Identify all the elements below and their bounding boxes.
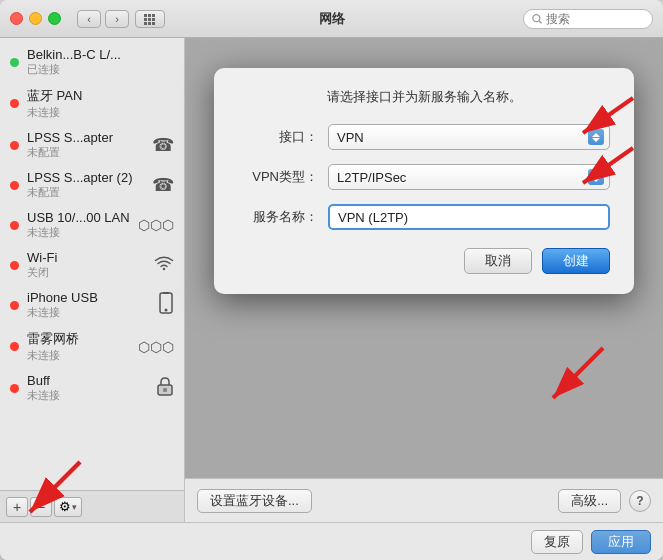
item-name: Buff — [27, 373, 148, 388]
sidebar-list: Belkin...B-C L/... 已连接 蓝牙 PAN 未连接 LPSS S… — [0, 38, 184, 490]
bottom-bar: 设置蓝牙设备... 高级... ? — [185, 478, 663, 522]
wifi-icon — [154, 255, 174, 276]
sidebar-item-thunderbolt[interactable]: 雷雾网桥 未连接 ⬡⬡⬡ — [0, 325, 184, 368]
item-status: 未连接 — [27, 348, 130, 363]
svg-point-13 — [165, 308, 168, 311]
main-content: 连接 请选择接口并为新服务输入名称。 接口： VPN 以太网 Wi-F — [185, 38, 663, 478]
nav-buttons: ‹ › — [77, 10, 129, 28]
back-button[interactable]: ‹ — [77, 10, 101, 28]
traffic-lights — [10, 12, 61, 25]
sidebar-item-buff[interactable]: Buff 未连接 — [0, 368, 184, 408]
grid-button[interactable] — [135, 10, 165, 28]
svg-rect-5 — [152, 18, 155, 21]
restore-button[interactable]: 复原 — [531, 530, 583, 554]
search-icon — [532, 13, 542, 25]
advanced-button[interactable]: 高级... — [558, 489, 621, 513]
item-status: 已连接 — [27, 62, 174, 77]
modal-overlay: 请选择接口并为新服务输入名称。 接口： VPN 以太网 Wi-Fi 蓝牙PAN — [185, 38, 663, 478]
service-name-row: 服务名称： — [238, 204, 610, 230]
chevron-down-icon: ▾ — [72, 502, 77, 512]
lock-icon — [156, 376, 174, 401]
grid-icon — [143, 13, 157, 25]
sidebar-item-wifi[interactable]: Wi-Fi 关闭 — [0, 245, 184, 285]
search-input[interactable] — [546, 12, 644, 26]
svg-rect-7 — [148, 22, 151, 25]
content-area: Belkin...B-C L/... 已连接 蓝牙 PAN 未连接 LPSS S… — [0, 38, 663, 522]
item-name: USB 10/...00 LAN — [27, 210, 130, 225]
status-dot — [10, 99, 19, 108]
svg-rect-1 — [148, 14, 151, 17]
forward-button[interactable]: › — [105, 10, 129, 28]
gear-icon: ⚙ — [59, 499, 71, 514]
sidebar-item-lpss1[interactable]: LPSS S...apter 未配置 ☎ — [0, 125, 184, 165]
svg-rect-2 — [152, 14, 155, 17]
thunderbolt-icon: ⬡⬡⬡ — [138, 339, 174, 355]
bluetooth-button[interactable]: 设置蓝牙设备... — [197, 489, 312, 513]
item-name: Wi-Fi — [27, 250, 146, 265]
item-status: 未连接 — [27, 105, 174, 120]
svg-rect-15 — [163, 388, 167, 392]
gear-button[interactable]: ⚙ ▾ — [54, 497, 82, 517]
apply-button[interactable]: 应用 — [591, 530, 651, 554]
item-name: 蓝牙 PAN — [27, 87, 174, 105]
interface-select[interactable]: VPN 以太网 Wi-Fi 蓝牙PAN — [328, 124, 610, 150]
service-name-input[interactable] — [328, 204, 610, 230]
item-status: 关闭 — [27, 265, 146, 280]
status-dot — [10, 58, 19, 67]
arrow-create — [523, 338, 623, 418]
sidebar-item-bluetooth-pan[interactable]: 蓝牙 PAN 未连接 — [0, 82, 184, 125]
vpn-type-select[interactable]: L2TP/IPSec PPTP IKEv2 Cisco IPSec — [328, 164, 610, 190]
create-button[interactable]: 创建 — [542, 248, 610, 274]
modal-title: 请选择接口并为新服务输入名称。 — [238, 88, 610, 106]
status-dot — [10, 301, 19, 310]
item-status: 未连接 — [27, 305, 150, 320]
vpn-type-label: VPN类型： — [238, 168, 318, 186]
item-status: 未连接 — [27, 388, 148, 403]
interface-label: 接口： — [238, 128, 318, 146]
svg-rect-3 — [144, 18, 147, 21]
interface-select-wrapper: VPN 以太网 Wi-Fi 蓝牙PAN — [328, 124, 610, 150]
modal-dialog: 请选择接口并为新服务输入名称。 接口： VPN 以太网 Wi-Fi 蓝牙PAN — [214, 68, 634, 294]
remove-button[interactable]: − — [30, 497, 52, 517]
status-dot — [10, 384, 19, 393]
svg-line-10 — [539, 20, 542, 23]
item-status: 未连接 — [27, 225, 130, 240]
action-bar: 复原 应用 — [0, 522, 663, 560]
search-box[interactable] — [523, 9, 653, 29]
main-window: ‹ › 网络 — [0, 0, 663, 560]
window-title: 网络 — [319, 10, 345, 28]
maximize-button[interactable] — [48, 12, 61, 25]
status-dot — [10, 141, 19, 150]
main-panel: 连接 请选择接口并为新服务输入名称。 接口： VPN 以太网 Wi-F — [185, 38, 663, 522]
status-dot — [10, 221, 19, 230]
help-button[interactable]: ? — [629, 490, 651, 512]
close-button[interactable] — [10, 12, 23, 25]
svg-rect-8 — [152, 22, 155, 25]
phone-icon: ☎ — [152, 174, 174, 196]
status-dot — [10, 342, 19, 351]
iphone-icon — [158, 292, 174, 319]
sidebar: Belkin...B-C L/... 已连接 蓝牙 PAN 未连接 LPSS S… — [0, 38, 185, 522]
service-name-label: 服务名称： — [238, 208, 318, 226]
cancel-button[interactable]: 取消 — [464, 248, 532, 274]
titlebar: ‹ › 网络 — [0, 0, 663, 38]
sidebar-item-belkin[interactable]: Belkin...B-C L/... 已连接 — [0, 42, 184, 82]
sidebar-item-iphone-usb[interactable]: iPhone USB 未连接 — [0, 285, 184, 325]
item-status: 未配置 — [27, 185, 144, 200]
phone-icon: ☎ — [152, 134, 174, 156]
interface-row: 接口： VPN 以太网 Wi-Fi 蓝牙PAN — [238, 124, 610, 150]
status-dot — [10, 261, 19, 270]
vpn-type-row: VPN类型： L2TP/IPSec PPTP IKEv2 Cisco IPSec — [238, 164, 610, 190]
sidebar-item-usb-lan[interactable]: USB 10/...00 LAN 未连接 ⬡⬡⬡ — [0, 205, 184, 245]
item-name: Belkin...B-C L/... — [27, 47, 174, 62]
item-name: LPSS S...apter (2) — [27, 170, 144, 185]
modal-buttons: 取消 创建 — [238, 248, 610, 274]
add-button[interactable]: + — [6, 497, 28, 517]
minimize-button[interactable] — [29, 12, 42, 25]
sidebar-toolbar: + − ⚙ ▾ — [0, 490, 184, 522]
item-name: 雷雾网桥 — [27, 330, 130, 348]
sidebar-item-lpss2[interactable]: LPSS S...apter (2) 未配置 ☎ — [0, 165, 184, 205]
svg-point-9 — [533, 14, 540, 21]
svg-rect-4 — [148, 18, 151, 21]
item-name: LPSS S...apter — [27, 130, 144, 145]
